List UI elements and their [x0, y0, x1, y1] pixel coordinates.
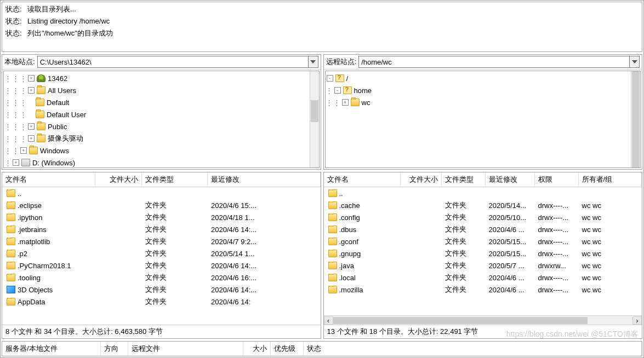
file-row[interactable]: .matplotlib文件夹2020/4/7 9:2... [2, 235, 321, 247]
file-cell: drwx----... [535, 213, 579, 222]
file-row[interactable]: .dbus文件夹2020/4/6 ...drwx----...wc wc [324, 223, 642, 235]
expander-icon[interactable]: + [28, 123, 35, 130]
file-name: .matplotlib [18, 238, 50, 246]
qcol-size[interactable]: 大小 [243, 342, 271, 356]
file-row[interactable]: .jetbrains文件夹2020/4/6 14:... [2, 223, 321, 235]
tree-node[interactable]: ⋮+D: (Windows) [4, 157, 310, 168]
expander-icon[interactable]: - [334, 87, 341, 94]
file-name: .java [339, 262, 354, 270]
file-row[interactable]: .gconf文件夹2020/5/15...drwx----...wc wc [324, 235, 642, 247]
file-cell: 文件夹 [442, 261, 486, 270]
scrollbar-vertical[interactable] [310, 71, 319, 168]
col-modified[interactable]: 最近修改 [208, 172, 321, 187]
col-permissions[interactable]: 权限 [535, 172, 579, 187]
file-name: .. [339, 189, 343, 198]
file-cell: 2020/5/14 1... [208, 250, 321, 258]
tree-node[interactable]: ⋮⋮⋮+All Users [4, 84, 310, 96]
file-cell: 文件夹 [142, 261, 208, 270]
file-row[interactable]: .java文件夹2020/5/7 ...drwxrw...wc wc [324, 259, 642, 272]
transfer-queue[interactable]: 服务器/本地文件 方向 远程文件 大小 优先级 状态 [2, 341, 642, 356]
local-path-dropdown[interactable] [309, 56, 318, 68]
file-name: .dbus [339, 226, 357, 234]
col-owner[interactable]: 所有者/组 [579, 172, 642, 187]
log-line: 状态:读取目录列表... [5, 3, 639, 15]
file-row[interactable]: .. [324, 187, 642, 199]
col-filetype[interactable]: 文件类型 [142, 172, 208, 187]
col-modified[interactable]: 最近修改 [486, 172, 535, 187]
tree-node-label: Default [47, 99, 69, 107]
file-row[interactable]: .ipython文件夹2020/4/18 1... [2, 211, 321, 223]
file-row[interactable]: .gnupg文件夹2020/5/15...drwx----...wc wc [324, 247, 642, 259]
scrollbar-horizontal[interactable]: ‹ › [324, 315, 642, 325]
qcol-status[interactable]: 状态 [304, 342, 642, 356]
file-row[interactable]: .eclipse文件夹2020/4/6 15:... [2, 199, 321, 211]
col-filetype[interactable]: 文件类型 [442, 172, 486, 187]
folder-icon [7, 213, 15, 221]
remote-tree[interactable]: -/⋮-home⋮⋮+wc [325, 71, 641, 168]
file-cell: 2020/4/6 14:... [208, 226, 321, 234]
remote-path-dropdown[interactable] [630, 56, 640, 68]
qcol-server-local[interactable]: 服务器/本地文件 [2, 342, 101, 356]
tree-node[interactable]: ⋮⋮⋮+Public [4, 120, 310, 132]
file-cell: 2020/4/6 14:... [208, 262, 321, 270]
remote-columns-header[interactable]: 文件名 文件大小 文件类型 最近修改 权限 所有者/组 [324, 172, 642, 187]
expander-icon[interactable]: + [20, 147, 27, 154]
file-cell: 文件夹 [142, 212, 208, 222]
tree-node-label: D: (Windows) [32, 159, 75, 167]
expander-icon[interactable]: + [28, 87, 35, 94]
tree-node[interactable]: ⋮⋮+wc [326, 96, 631, 108]
col-filename[interactable]: 文件名 [324, 172, 401, 187]
remote-file-list[interactable]: 文件名 文件大小 文件类型 最近修改 权限 所有者/组 ...cache文件夹2… [323, 172, 643, 339]
queue-columns-header[interactable]: 服务器/本地文件 方向 远程文件 大小 优先级 状态 [2, 342, 642, 356]
file-cell: 2020/4/6 14: [208, 298, 321, 306]
local-path-input[interactable] [37, 56, 309, 68]
tree-node[interactable]: -/ [326, 72, 631, 84]
col-filesize[interactable]: 文件大小 [95, 172, 142, 187]
file-cell: 2020/5/14... [486, 201, 535, 210]
local-tree[interactable]: ⋮⋮⋮+13462⋮⋮⋮+All Users⋮⋮⋮Default⋮⋮⋮Defau… [3, 71, 320, 168]
file-name: .p2 [18, 250, 27, 258]
file-row[interactable]: .cache文件夹2020/5/14...drwx----...wc wc [324, 199, 642, 211]
file-row[interactable]: .local文件夹2020/4/6 ...drwx----...wc wc [324, 272, 642, 284]
qcol-priority[interactable]: 优先级 [271, 342, 304, 356]
tree-node[interactable]: ⋮⋮⋮Default User [4, 108, 310, 120]
scroll-left-icon[interactable]: ‹ [324, 316, 333, 325]
file-row[interactable]: .mozilla文件夹2020/4/6 ...drwx----...wc wc [324, 284, 642, 296]
col-filesize[interactable]: 文件大小 [401, 172, 442, 187]
file-row[interactable]: .PyCharm2018.1文件夹2020/4/6 14:... [2, 259, 321, 272]
tree-node[interactable]: ⋮⋮+Windows [4, 145, 310, 157]
expander-icon[interactable]: + [13, 159, 19, 166]
file-name: .eclipse [18, 201, 42, 210]
qcol-direction[interactable]: 方向 [101, 342, 128, 356]
file-row[interactable]: AppData文件夹2020/4/6 14: [2, 296, 321, 308]
app-frame: 状态:读取目录列表... 状态:Listing directory /home/… [0, 0, 644, 358]
tree-node[interactable]: ⋮-home [326, 84, 631, 96]
expander-icon[interactable]: + [28, 75, 35, 82]
tree-node-label: 13462 [48, 74, 67, 83]
file-row[interactable]: .. [2, 187, 321, 199]
file-row[interactable]: .p2文件夹2020/5/14 1... [2, 247, 321, 259]
remote-path-input[interactable] [358, 56, 630, 68]
expander-icon[interactable]: + [28, 135, 35, 142]
file-row[interactable]: .config文件夹2020/5/10...drwx----...wc wc [324, 211, 642, 223]
folder-icon [7, 262, 15, 269]
col-filename[interactable]: 文件名 [2, 172, 95, 187]
scroll-right-icon[interactable]: › [632, 316, 642, 325]
tree-node[interactable]: ⋮⋮⋮Default [4, 96, 310, 108]
file-row[interactable]: 3D Objects文件夹2020/4/6 14:... [2, 284, 321, 296]
expander-icon[interactable]: - [327, 75, 333, 82]
tree-node[interactable]: ⋮⋮⋮+13462 [4, 72, 310, 84]
local-columns-header[interactable]: 文件名 文件大小 文件类型 最近修改 [2, 172, 321, 187]
q-icon [343, 86, 352, 94]
file-cell: 文件夹 [142, 273, 208, 282]
scrollbar-vertical[interactable] [631, 71, 640, 168]
file-row[interactable]: .tooling文件夹2020/4/6 16:... [2, 272, 321, 284]
file-cell: 文件夹 [442, 285, 486, 295]
tree-node[interactable]: ⋮⋮⋮+摄像头驱动 [4, 132, 310, 145]
expander-icon[interactable]: + [342, 99, 349, 106]
file-cell: 2020/4/6 15:... [208, 201, 321, 210]
file-cell: drwx----... [535, 286, 579, 294]
qcol-remote-file[interactable]: 远程文件 [128, 342, 243, 356]
file-cell: 文件夹 [142, 285, 208, 295]
local-file-list[interactable]: 文件名 文件大小 文件类型 最近修改 ...eclipse文件夹2020/4/6… [2, 172, 321, 339]
